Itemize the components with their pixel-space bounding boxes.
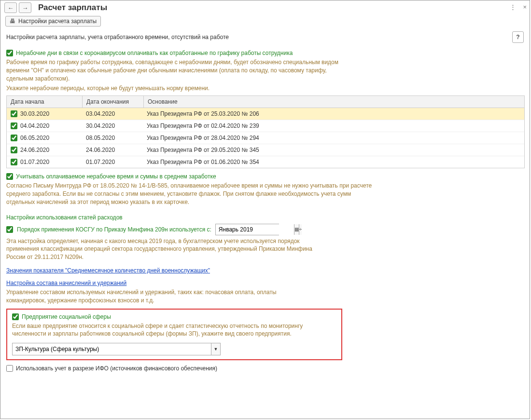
cell-basis: Указ Президента РФ от 29.05.2020 № 345	[143, 144, 524, 156]
kosgu-checkbox-label: Порядок применения КОСГУ по Приказу Минф…	[17, 226, 211, 233]
printer-icon: 🖶	[10, 18, 15, 25]
menu-icon[interactable]: ⋮	[510, 3, 516, 11]
spinner-icon[interactable]: ÷	[299, 224, 302, 235]
row-checkbox[interactable]	[11, 135, 17, 141]
cell-start: 30.03.2020	[20, 110, 49, 117]
toolbar: 🖶 Настройки расчета зарплаты	[0, 14, 530, 28]
social-description: Если ваше предприятие относится к социал…	[12, 322, 331, 339]
cell-basis: Указ Президента РФ от 01.06.2020 № 354	[143, 156, 524, 168]
covid-description: Рабочее время по графику работы сотрудни…	[6, 58, 354, 82]
ifo-checkbox[interactable]	[6, 365, 13, 372]
kosgu-checkbox[interactable]	[6, 226, 13, 233]
cell-end: 24.06.2020	[82, 144, 143, 156]
forward-button[interactable]: →	[19, 2, 31, 13]
covid-checkbox-label: Нерабочие дни в связи с коронавирусом оп…	[16, 50, 293, 56]
cell-basis: Указ Президента РФ от 02.04.2020 № 239	[143, 120, 524, 132]
table-row[interactable]: 24.06.202024.06.2020Указ Президента РФ о…	[7, 144, 524, 156]
average-checkbox-label: Учитывать оплачиваемое нерабочее время и…	[16, 173, 216, 180]
grid-header-start[interactable]: Дата начала	[7, 96, 83, 108]
covid-checkbox-row[interactable]: Нерабочие дни в связи с коронавирусом оп…	[6, 50, 524, 56]
salary-settings-button[interactable]: 🖶 Настройки расчета зарплаты	[5, 16, 101, 27]
cell-start: 24.06.2020	[20, 147, 49, 153]
average-checkbox-row[interactable]: Учитывать оплачиваемое нерабочее время и…	[6, 173, 524, 180]
titlebar: ← → Расчет зарплаты ⋮ ×	[0, 0, 530, 14]
grid-header: Дата начала Дата окончания Основание	[7, 96, 524, 108]
table-row[interactable]: 06.05.202008.05.2020Указ Президента РФ о…	[7, 132, 524, 144]
covid-hint: Укажите нерабочие периоды, которые не бу…	[6, 84, 214, 93]
table-row[interactable]: 04.04.202030.04.2020Указ Президента РФ о…	[7, 120, 524, 132]
arrow-left-icon: ←	[8, 4, 14, 12]
cell-end: 03.04.2020	[82, 108, 143, 120]
cell-basis: Указ Президента РФ от 28.04.2020 № 294	[143, 132, 524, 144]
table-row[interactable]: 30.03.202003.04.2020Указ Президента РФ о…	[7, 108, 524, 120]
calendar-icon[interactable]: ▦	[294, 224, 299, 235]
periods-grid: Дата начала Дата окончания Основание 30.…	[6, 95, 525, 168]
arrow-right-icon: →	[22, 4, 28, 12]
average-checkbox[interactable]	[6, 173, 13, 180]
social-type-input[interactable]	[13, 343, 211, 355]
page-title: Расчет зарплаты	[38, 3, 107, 13]
cell-start: 01.07.2020	[20, 159, 49, 165]
row-checkbox[interactable]	[11, 159, 17, 165]
cell-end: 01.07.2020	[82, 156, 143, 168]
app-window: ← → Расчет зарплаты ⋮ × 🖶 Настройки расч…	[0, 0, 530, 419]
kosgu-date-field[interactable]: ▦ ÷	[215, 224, 279, 235]
subtitle: Настройки расчета зарплаты, учета отрабо…	[6, 34, 512, 41]
kosgu-date-input[interactable]	[216, 224, 294, 235]
social-checkbox-label: Предприятие социальной сферы	[22, 313, 111, 320]
chevron-down-icon[interactable]: ▼	[211, 343, 220, 355]
kosgu-section-header: Настройки использования статей расходов	[6, 214, 524, 221]
social-checkbox[interactable]	[12, 313, 19, 320]
close-icon[interactable]: ×	[523, 3, 527, 11]
cell-end: 30.04.2020	[82, 120, 143, 132]
row-checkbox[interactable]	[11, 110, 17, 117]
back-button[interactable]: ←	[4, 2, 17, 13]
cell-start: 06.05.2020	[20, 135, 49, 141]
kosgu-description: Эта настройка определяет, начиная с како…	[6, 237, 315, 261]
accruals-description: Управление составом используемых начисле…	[6, 288, 315, 305]
social-sphere-box: Предприятие социальной сферы Если ваше п…	[6, 309, 342, 361]
covid-checkbox[interactable]	[6, 50, 13, 56]
link-accruals-settings[interactable]: Настройка состава начислений и удержаний	[6, 280, 126, 286]
social-type-combo[interactable]: ▼	[12, 343, 221, 355]
cell-start: 04.04.2020	[20, 122, 49, 129]
grid-header-end[interactable]: Дата окончания	[83, 96, 144, 108]
link-soldiers-days[interactable]: Значения показателя "Среднемесячное коли…	[6, 267, 210, 274]
cell-end: 08.05.2020	[82, 132, 143, 144]
ifo-checkbox-label: Использовать учет в разрезе ИФО (источни…	[16, 365, 217, 372]
help-button[interactable]: ?	[512, 31, 524, 43]
row-checkbox[interactable]	[11, 147, 17, 153]
average-description: Согласно Письму Минтруда РФ от 18.05.202…	[6, 182, 373, 206]
ifo-checkbox-row[interactable]: Использовать учет в разрезе ИФО (источни…	[6, 365, 524, 372]
table-row[interactable]: 01.07.202001.07.2020Указ Президента РФ о…	[7, 156, 524, 168]
row-checkbox[interactable]	[11, 122, 17, 129]
salary-settings-button-label: Настройки расчета зарплаты	[18, 18, 97, 25]
social-checkbox-row[interactable]: Предприятие социальной сферы	[12, 313, 336, 320]
grid-header-basis[interactable]: Основание	[144, 96, 524, 108]
content: Настройки расчета зарплаты, учета отрабо…	[0, 28, 530, 377]
cell-basis: Указ Президента РФ от 25.03.2020 № 206	[143, 108, 524, 120]
